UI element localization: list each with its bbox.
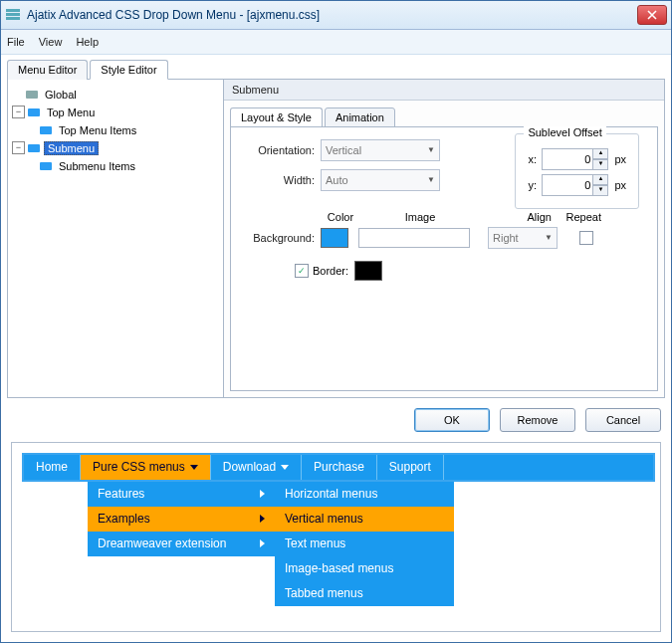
- caret-right-icon: [260, 515, 265, 523]
- close-button[interactable]: [637, 5, 667, 25]
- close-icon: [647, 10, 657, 20]
- menu-help[interactable]: Help: [76, 36, 99, 48]
- style-tree: Global −Top Menu Top Menu Items −Submenu…: [7, 80, 224, 398]
- item-icon: [40, 162, 52, 170]
- tab-menu-editor[interactable]: Menu Editor: [7, 60, 88, 80]
- collapse-icon[interactable]: −: [12, 106, 25, 118]
- sub2-text[interactable]: Text menus: [275, 532, 454, 556]
- editor-tabs: Menu Editor Style Editor: [1, 55, 671, 79]
- border-label: Border:: [313, 265, 348, 277]
- offset-x-label: x:: [528, 153, 542, 165]
- submenu-level1: Features Examples Dreamweaver extension: [88, 482, 275, 606]
- caret-down-icon: [281, 465, 289, 470]
- spin-down-icon[interactable]: ▼: [592, 185, 608, 196]
- submenu-wrap: Features Examples Dreamweaver extension …: [22, 482, 650, 606]
- tree-global[interactable]: Global: [12, 86, 219, 104]
- orientation-label: Orientation:: [243, 144, 315, 156]
- border-color-swatch[interactable]: [354, 261, 382, 281]
- menu-icon: [28, 144, 40, 152]
- hdr-align: Align: [480, 211, 552, 223]
- orientation-select[interactable]: Vertical▼: [321, 139, 440, 161]
- bg-color-swatch[interactable]: [321, 228, 348, 248]
- nav-pure-css[interactable]: Pure CSS menus: [81, 455, 211, 480]
- chevron-down-icon: ▼: [427, 145, 435, 154]
- menu-icon: [28, 108, 40, 116]
- item-icon: [40, 126, 52, 134]
- properties-tabs: Layout & Style Animation: [230, 107, 658, 126]
- offset-y-unit: px: [614, 179, 626, 191]
- tree-submenu-items[interactable]: Submenu Items: [12, 157, 219, 175]
- chevron-down-icon: ▼: [545, 233, 553, 242]
- ok-button[interactable]: OK: [414, 408, 490, 432]
- width-label: Width:: [243, 174, 315, 186]
- tab-animation[interactable]: Animation: [325, 107, 395, 127]
- hdr-repeat: Repeat: [552, 211, 601, 223]
- app-icon: [5, 7, 21, 23]
- svg-rect-0: [6, 9, 20, 12]
- offset-x-unit: px: [614, 153, 626, 165]
- caret-down-icon: [190, 465, 198, 470]
- globe-icon: [26, 91, 38, 99]
- hdr-color: Color: [321, 211, 360, 223]
- window-title: Ajatix Advanced CSS Drop Down Menu - [aj…: [27, 8, 637, 22]
- menu-file[interactable]: File: [7, 36, 25, 48]
- properties-body: Orientation: Vertical▼ Width: Auto▼ Subl…: [230, 126, 658, 391]
- tab-layout-style[interactable]: Layout & Style: [230, 107, 323, 127]
- hdr-image: Image: [360, 211, 480, 223]
- caret-right-icon: [260, 490, 265, 498]
- titlebar: Ajatix Advanced CSS Drop Down Menu - [aj…: [1, 1, 671, 30]
- nav-bar: Home Pure CSS menus Download Purchase Su…: [22, 453, 655, 482]
- sub2-image[interactable]: Image-based menus: [275, 556, 454, 581]
- tree-submenu[interactable]: −Submenu: [12, 139, 219, 157]
- properties-header: Submenu: [224, 80, 664, 101]
- sub2-tabbed[interactable]: Tabbed menus: [275, 581, 454, 606]
- dialog-buttons: OK Remove Cancel: [1, 398, 671, 442]
- spin-up-icon[interactable]: ▲: [592, 148, 608, 159]
- chevron-down-icon: ▼: [427, 175, 435, 184]
- properties-pane: Submenu Layout & Style Animation Orienta…: [224, 80, 665, 398]
- offset-y-label: y:: [528, 179, 542, 191]
- submenu-level2: Horizontal menus Vertical menus Text men…: [275, 482, 454, 606]
- spin-down-icon[interactable]: ▼: [592, 159, 608, 170]
- menubar: File View Help: [1, 30, 671, 55]
- nav-support[interactable]: Support: [377, 455, 444, 480]
- menu-view[interactable]: View: [39, 36, 63, 48]
- spin-up-icon[interactable]: ▲: [592, 174, 608, 185]
- nav-purchase[interactable]: Purchase: [302, 455, 377, 480]
- background-label: Background:: [243, 232, 315, 244]
- collapse-icon[interactable]: −: [12, 141, 25, 154]
- offset-legend: Sublevel Offset: [524, 126, 605, 138]
- tree-top-menu[interactable]: −Top Menu: [12, 104, 219, 121]
- sub2-vertical[interactable]: Vertical menus: [275, 507, 454, 532]
- app-window: Ajatix Advanced CSS Drop Down Menu - [aj…: [0, 0, 672, 643]
- nav-home[interactable]: Home: [24, 455, 81, 480]
- remove-button[interactable]: Remove: [500, 408, 575, 432]
- offset-y-row: y: ▲▼ px: [528, 174, 626, 196]
- svg-rect-2: [6, 17, 20, 20]
- caret-right-icon: [260, 539, 265, 547]
- tab-style-editor[interactable]: Style Editor: [90, 60, 167, 80]
- sub1-features[interactable]: Features: [88, 482, 275, 507]
- offset-y-input[interactable]: [542, 174, 593, 196]
- cancel-button[interactable]: Cancel: [585, 408, 661, 432]
- sub1-examples[interactable]: Examples: [88, 507, 275, 532]
- offset-x-input[interactable]: [542, 148, 593, 170]
- nav-download[interactable]: Download: [211, 455, 302, 480]
- bg-image-input[interactable]: [358, 228, 470, 248]
- bg-headers: Color Image Align Repeat: [243, 211, 645, 223]
- editor-area: Global −Top Menu Top Menu Items −Submenu…: [7, 79, 665, 398]
- offset-x-row: x: ▲▼ px: [528, 148, 626, 170]
- tree-top-items[interactable]: Top Menu Items: [12, 121, 219, 139]
- border-checkbox[interactable]: ✓: [295, 264, 309, 278]
- width-select[interactable]: Auto▼: [321, 169, 440, 191]
- background-row: Background: Right▼: [243, 227, 645, 249]
- sub2-horizontal[interactable]: Horizontal menus: [275, 482, 454, 507]
- bg-repeat-checkbox[interactable]: [579, 231, 593, 245]
- menu-preview: Home Pure CSS menus Download Purchase Su…: [11, 442, 661, 632]
- svg-rect-1: [6, 13, 20, 16]
- sublevel-offset-group: Sublevel Offset x: ▲▼ px y: ▲▼ px: [515, 133, 639, 209]
- border-row: ✓ Border:: [243, 261, 645, 281]
- bg-align-select[interactable]: Right▼: [488, 227, 558, 249]
- sub1-dreamweaver[interactable]: Dreamweaver extension: [88, 532, 275, 556]
